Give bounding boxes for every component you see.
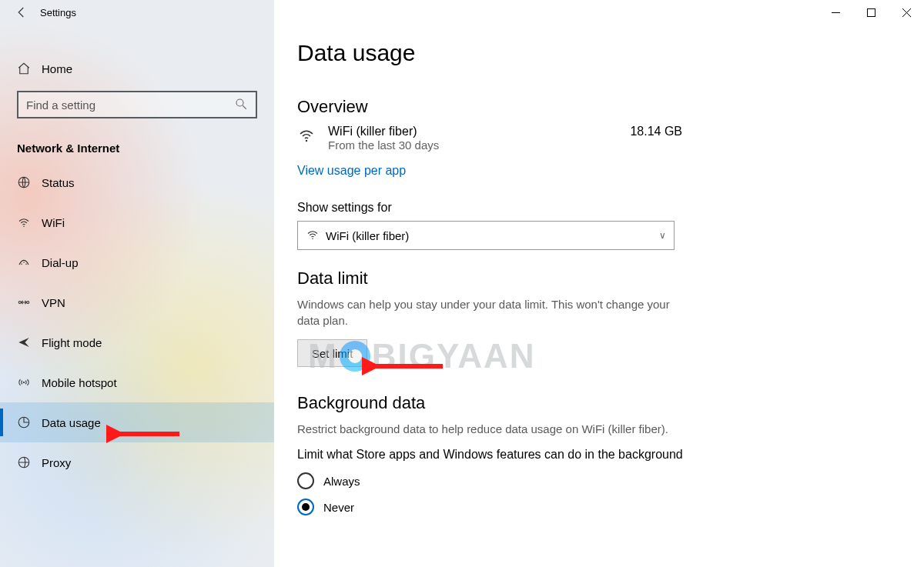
sidebar-item-dialup[interactable]: Dial-up (0, 242, 274, 282)
wifi-icon (297, 125, 328, 147)
search-input[interactable] (25, 98, 234, 112)
arrow-left-icon (15, 5, 28, 19)
globe-icon (17, 175, 42, 189)
svg-point-6 (18, 302, 21, 304)
sidebar-item-label: Mobile hotspot (42, 376, 117, 389)
data-usage-icon (17, 415, 42, 429)
home-label: Home (42, 62, 72, 75)
app-title: Settings (40, 7, 76, 18)
svg-point-3 (21, 264, 22, 265)
minimize-button[interactable] (818, 0, 853, 25)
svg-point-7 (27, 302, 29, 304)
overview-connection-row: WiFi (killer fiber) From the last 30 day… (297, 125, 698, 152)
sidebar-item-proxy[interactable]: Proxy (0, 442, 274, 482)
home-icon (17, 62, 42, 75)
sidebar-nav: Status WiFi Dial-up VPN Flight mode Mobi… (0, 162, 274, 482)
sidebar-item-label: Flight mode (42, 336, 102, 349)
svg-point-8 (23, 382, 25, 383)
dialup-icon (17, 255, 42, 269)
maximize-button[interactable] (853, 0, 889, 25)
sidebar-item-status[interactable]: Status (0, 162, 274, 202)
sidebar-item-label: WiFi (42, 216, 65, 229)
connection-period: From the last 30 days (328, 138, 630, 152)
home-button[interactable]: Home (0, 52, 274, 85)
background-data-heading: Background data (297, 393, 698, 413)
category-label: Network & Internet (17, 142, 274, 155)
radio-never[interactable]: Never (297, 494, 698, 520)
radio-label: Always (323, 475, 360, 488)
sidebar-item-vpn[interactable]: VPN (0, 282, 274, 322)
radio-icon (297, 472, 314, 489)
svg-point-0 (236, 99, 243, 106)
hotspot-icon (17, 375, 42, 389)
sidebar-item-flight-mode[interactable]: Flight mode (0, 322, 274, 362)
wifi-icon (306, 228, 326, 244)
svg-point-13 (312, 238, 313, 239)
radio-label: Never (323, 501, 354, 514)
sidebar-item-label: Data usage (42, 416, 101, 429)
svg-point-12 (306, 140, 307, 142)
svg-rect-11 (867, 8, 875, 16)
settings-sidebar: Settings Home Network & Internet Status … (0, 0, 274, 567)
radio-always[interactable]: Always (297, 468, 698, 494)
vpn-icon (17, 295, 42, 309)
data-limit-description: Windows can help you stay under your dat… (297, 296, 682, 329)
set-limit-button[interactable]: Set limit (297, 339, 367, 367)
sidebar-item-mobile-hotspot[interactable]: Mobile hotspot (0, 362, 274, 402)
wifi-icon (17, 215, 42, 229)
show-settings-label: Show settings for (297, 201, 698, 215)
chevron-down-icon: ∨ (659, 230, 666, 241)
back-button[interactable] (3, 0, 40, 25)
window-controls (818, 0, 924, 25)
show-settings-dropdown[interactable]: WiFi (killer fiber) ∨ (297, 221, 675, 250)
page-title: Data usage (297, 40, 698, 66)
proxy-icon (17, 455, 42, 469)
radio-icon (297, 499, 314, 515)
background-data-description: Restrict background data to help reduce … (297, 421, 682, 437)
data-limit-heading: Data limit (297, 268, 698, 289)
view-usage-per-app-link[interactable]: View usage per app (297, 164, 406, 178)
sidebar-item-label: VPN (42, 296, 65, 309)
svg-point-4 (23, 262, 25, 263)
sidebar-item-data-usage[interactable]: Data usage (0, 402, 274, 442)
connection-name: WiFi (killer fiber) (328, 125, 630, 138)
sidebar-item-label: Proxy (42, 456, 71, 469)
dropdown-selected-value: WiFi (killer fiber) (326, 229, 659, 242)
overview-heading: Overview (297, 97, 698, 117)
background-limit-label: Limit what Store apps and Windows featur… (297, 448, 698, 462)
sidebar-item-label: Status (42, 176, 75, 189)
search-box[interactable] (17, 91, 257, 118)
titlebar-left: Settings (0, 0, 274, 25)
main-panel: Data usage Overview WiFi (killer fiber) … (274, 0, 924, 567)
data-usage-value: 18.14 GB (630, 125, 698, 138)
close-button[interactable] (889, 0, 924, 25)
svg-point-5 (25, 264, 27, 265)
sidebar-item-wifi[interactable]: WiFi (0, 202, 274, 242)
airplane-icon (17, 335, 42, 349)
sidebar-item-label: Dial-up (42, 256, 79, 269)
svg-point-2 (23, 226, 25, 228)
search-icon (234, 97, 249, 113)
set-limit-button-label: Set limit (312, 347, 353, 360)
